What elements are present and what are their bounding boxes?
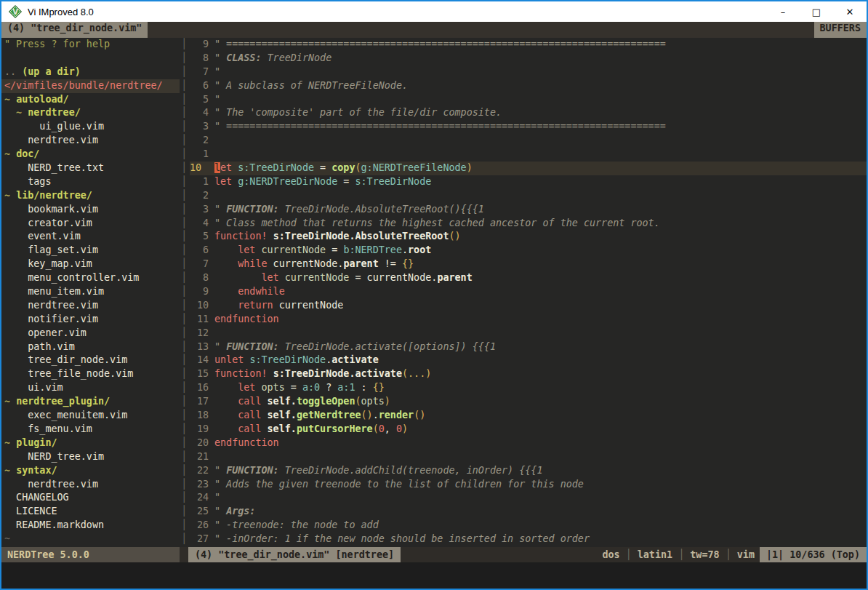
tree-item[interactable]: exec_menuitem.vim xyxy=(4,409,180,423)
separator-glyph: │ xyxy=(180,478,188,492)
vertical-split-separator[interactable]: │││││││││││││││││││││││││││││││││││││ xyxy=(180,38,188,547)
close-button[interactable]: ✕ xyxy=(833,1,867,22)
code-line[interactable]: 19 call self.putCursorHere(0, 0) xyxy=(190,423,867,436)
tree-item[interactable]: fs_menu.vim xyxy=(4,423,180,436)
tree-item[interactable]: README.markdown xyxy=(4,519,180,533)
code-line[interactable]: 22" FUNCTION: TreeDirNode.addChild(treen… xyxy=(190,464,867,478)
tree-item[interactable]: path.vim xyxy=(4,340,180,354)
tree-item[interactable]: menu_item.vim xyxy=(4,285,180,299)
tree-item[interactable]: NERD_tree.vim xyxy=(4,450,180,464)
code-line[interactable]: 27" -inOrder: 1 if the new node should b… xyxy=(190,533,867,546)
tree-item[interactable]: ~ xyxy=(4,533,180,546)
tree-item[interactable]: tree_file_node.vim xyxy=(4,367,180,381)
code-token: nerdtree.vim xyxy=(4,479,98,490)
separator-glyph: │ xyxy=(180,271,188,285)
tree-item[interactable]: ~ lib/nerdtree/ xyxy=(4,189,180,203)
tree-item[interactable]: NERD_tree.txt xyxy=(4,162,180,175)
line-number: 2 xyxy=(190,134,209,148)
code-line[interactable]: 8 let currentNode = currentNode.parent xyxy=(190,271,867,285)
code-line-current[interactable]: 10let s:TreeDirNode = copy(g:NERDTreeFil… xyxy=(190,162,867,175)
minimize-button[interactable]: – xyxy=(766,1,800,22)
tree-item[interactable]: creator.vim xyxy=(4,217,180,231)
code-line[interactable]: 2 xyxy=(190,189,867,203)
code-line[interactable]: 23" Adds the given treenode to the list … xyxy=(190,478,867,492)
separator-glyph: │ xyxy=(180,203,188,217)
maximize-button[interactable]: □ xyxy=(800,1,833,22)
code-line[interactable]: 5" xyxy=(190,93,867,107)
tree-item[interactable]: nerdtree.vim xyxy=(4,478,180,492)
tree-item[interactable]: key_map.vim xyxy=(4,258,180,271)
separator-glyph: │ xyxy=(180,162,188,175)
code-line[interactable]: 10 return currentNode xyxy=(190,299,867,313)
code-line[interactable]: 11endfunction xyxy=(190,313,867,327)
code-line[interactable]: 9" =====================================… xyxy=(190,38,867,52)
code-token: opener.vim xyxy=(4,327,87,338)
tree-item[interactable]: nerdtree.vim xyxy=(4,134,180,148)
tab-tree-dir-node[interactable]: (4) "tree_dir_node.vim" xyxy=(1,22,148,38)
tree-item[interactable]: " Press ? for help xyxy=(4,38,180,52)
code-token: self. xyxy=(268,410,297,420)
code-token: b:NERDTree xyxy=(343,244,402,255)
code-line[interactable]: 12 xyxy=(190,327,867,340)
code-line[interactable]: 24" xyxy=(190,491,867,505)
code-line[interactable]: 20endfunction xyxy=(190,436,867,450)
tree-item[interactable]: ~ nerdtree/ xyxy=(4,106,180,120)
code-line[interactable]: 14unlet s:TreeDirNode.activate xyxy=(190,354,867,367)
nerdtree-root-path[interactable]: </vimfiles/bundle/nerdtree/ xyxy=(1,79,180,93)
tree-item[interactable]: LICENCE xyxy=(4,505,180,519)
tree-item[interactable]: ui_glue.vim xyxy=(4,120,180,134)
code-line[interactable]: 13" FUNCTION: TreeDirNode.activate([opti… xyxy=(190,340,867,354)
code-line[interactable]: 16 let opts = a:0 ? a:1 : {} xyxy=(190,381,867,395)
tree-item[interactable]: ~ nerdtree_plugin/ xyxy=(4,395,180,409)
code-token: nerdtree_plugin/ xyxy=(16,396,110,407)
tree-item[interactable]: tags xyxy=(4,175,180,189)
code-line[interactable]: 3" FUNCTION: TreeDirNode.AbsoluteTreeRoo… xyxy=(190,203,867,217)
code-token: . xyxy=(402,244,408,255)
tree-item[interactable]: ~ autoload/ xyxy=(4,93,180,107)
code-line[interactable]: 9 endwhile xyxy=(190,285,867,299)
tree-item[interactable]: ~ doc/ xyxy=(4,148,180,162)
tree-item[interactable]: nerdtree.vim xyxy=(4,299,180,313)
code-line[interactable]: 21 xyxy=(190,450,867,464)
code-line[interactable]: 26" -treenode: the node to add xyxy=(190,519,867,533)
code-line[interactable]: 4" Class method that returns the highest… xyxy=(190,217,867,231)
code-line[interactable]: 4" The 'composite' part of the file/dir … xyxy=(190,106,867,120)
tree-item[interactable]: bookmark.vim xyxy=(4,203,180,217)
code-line[interactable]: 3" =====================================… xyxy=(190,120,867,134)
separator-glyph: │ xyxy=(180,244,188,258)
code-line[interactable]: 25" Args: xyxy=(190,505,867,519)
code-token: LICENCE xyxy=(4,506,57,517)
separator-glyph: │ xyxy=(180,52,188,65)
statusline-gap xyxy=(180,547,188,562)
command-line[interactable] xyxy=(1,562,867,589)
code-line[interactable]: 18 call self.getNerdtree().render() xyxy=(190,409,867,423)
code-line[interactable]: 6" A subclass of NERDTreeFileNode. xyxy=(190,79,867,93)
tree-item[interactable]: flag_set.vim xyxy=(4,244,180,258)
code-line[interactable]: 7" xyxy=(190,65,867,79)
code-line[interactable]: 1 xyxy=(190,148,867,162)
code-line[interactable]: 2 xyxy=(190,134,867,148)
tree-item[interactable]: tree_dir_node.vim xyxy=(4,354,180,367)
tree-item[interactable]: .. (up a dir) xyxy=(4,65,180,79)
tree-item[interactable]: ~ plugin/ xyxy=(4,436,180,450)
code-line[interactable]: 7 while currentNode.parent != {} xyxy=(190,258,867,271)
tree-item[interactable] xyxy=(4,52,180,65)
code-token: .. xyxy=(4,66,22,77)
tree-item[interactable]: opener.vim xyxy=(4,327,180,340)
code-line[interactable]: 1let g:NERDTreeDirNode = s:TreeDirNode xyxy=(190,175,867,189)
tree-item[interactable]: ui.vim xyxy=(4,381,180,395)
code-line[interactable]: 15function! s:TreeDirNode.activate(...) xyxy=(190,367,867,381)
code-token: = xyxy=(337,176,355,187)
code-line[interactable]: 8" CLASS: TreeDirNode xyxy=(190,52,867,65)
code-token: self. xyxy=(268,423,297,434)
tree-item[interactable]: menu_controller.vim xyxy=(4,271,180,285)
separator-glyph: │ xyxy=(180,285,188,299)
code-line[interactable]: 6 let currentNode = b:NERDTree.root xyxy=(190,244,867,258)
tree-item[interactable]: notifier.vim xyxy=(4,313,180,327)
tree-item[interactable]: CHANGELOG xyxy=(4,491,180,505)
code-line[interactable]: 17 call self.toggleOpen(opts) xyxy=(190,395,867,409)
code-line[interactable]: 5function! s:TreeDirNode.AbsoluteTreeRoo… xyxy=(190,230,867,244)
tree-item[interactable]: ~ syntax/ xyxy=(4,464,180,478)
code-token xyxy=(214,382,238,393)
tree-item[interactable]: event.vim xyxy=(4,230,180,244)
